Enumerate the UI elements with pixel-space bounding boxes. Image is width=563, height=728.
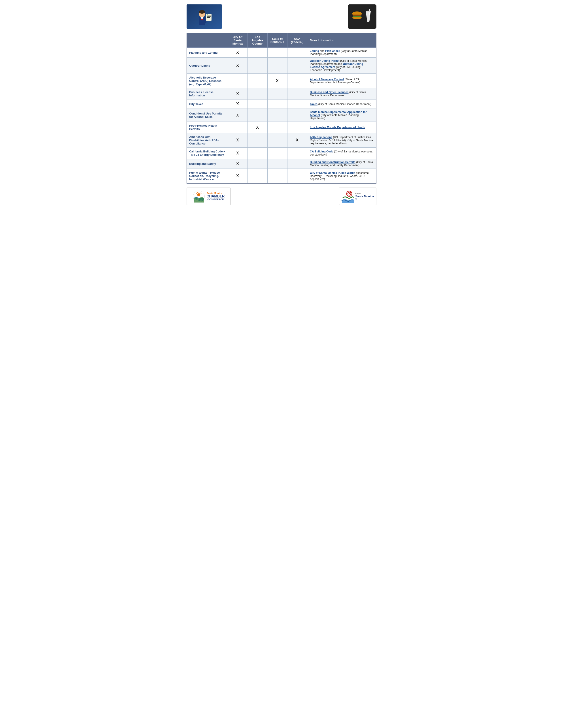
svg-point-23 (366, 11, 371, 12)
check-usa-building-safety (287, 159, 307, 169)
check-city-ca-building-code: X (227, 148, 247, 159)
table-row: Alcoholic Beverage Control (ABC) License… (187, 74, 376, 88)
link-public-works[interactable]: City of Santa Monica Public Works (310, 171, 355, 174)
table-row: Food-Related Health Permits X Los Angele… (187, 122, 376, 133)
page-header: ✓ ✓ — (186, 4, 377, 29)
check-usa-food-health (287, 122, 307, 133)
header-right-image (348, 4, 377, 29)
check-la-building-safety (247, 159, 267, 169)
city-text-block: City of Santa Monica ® (356, 193, 374, 200)
city-emblem-icon (342, 190, 354, 203)
check-la-business-license (247, 88, 267, 99)
check-city-abc (227, 74, 247, 88)
more-info-city-taxes: Taxes (City of Santa Monica Finance Depa… (307, 99, 376, 109)
check-city-cup: X (227, 109, 247, 122)
svg-point-28 (349, 193, 350, 194)
check-usa-taxes (287, 99, 307, 109)
link-abc[interactable]: Alcohol Beverage Control (310, 78, 344, 81)
city-name-label: Santa Monica (356, 195, 374, 198)
check-city-taxes: X (227, 99, 247, 109)
svg-rect-17 (353, 15, 362, 16)
check-state-cup (267, 109, 287, 122)
check-state-ca-building-code (267, 148, 287, 159)
link-plan-check[interactable]: Plan Check (325, 49, 340, 53)
row-label-ada: Americans with Disabilities Act (ADA) Co… (187, 133, 227, 148)
row-label-business-license: Business License Information (187, 88, 227, 99)
chamber-of-commerce-logo: Santa Monica CHAMBER of COMMERCE (186, 188, 231, 205)
row-label-city-taxes: City Taxes (187, 99, 227, 109)
check-la-cup (247, 109, 267, 122)
svg-point-20 (352, 17, 362, 19)
check-la-ca-building-code (247, 148, 267, 159)
check-usa-planning-zoning (287, 48, 307, 58)
more-info-food-health: Los Angeles County Department of Health (307, 122, 376, 133)
check-state-public-works (267, 169, 287, 184)
chamber-emblem-icon (193, 190, 205, 203)
city-of-santa-monica-logo: City of Santa Monica ® (339, 188, 377, 205)
link-outdoor-dining-license[interactable]: Outdoor Dining License Agreement (310, 62, 363, 69)
col-header-more-info: More Information (307, 33, 376, 48)
col-header-usa: USA(Federal) (287, 33, 307, 48)
check-la-ada (247, 133, 267, 148)
check-state-planning-zoning (267, 48, 287, 58)
table-header-row: City Of SantaMonica Los AngelesCounty St… (187, 33, 376, 48)
row-label-cup: Conditional Use Permits for Alcohol Sale… (187, 109, 227, 122)
check-la-public-works (247, 169, 267, 184)
table-row: City Taxes X Taxes (City of Santa Monica… (187, 99, 376, 109)
chamber-text: Santa Monica CHAMBER of COMMERCE (207, 192, 225, 201)
check-city-outdoor-dining: X (227, 58, 247, 74)
table-row: Outdoor Dining X Outdoor Dining Permit (… (187, 58, 376, 74)
link-business-licenses[interactable]: Business and Other Licenses (310, 91, 349, 94)
check-city-business-license: X (227, 88, 247, 99)
check-city-building-safety: X (227, 159, 247, 169)
chamber-label: CHAMBER (207, 195, 225, 198)
check-usa-business-license (287, 88, 307, 99)
col-header-state: State ofCalifornia (267, 33, 287, 48)
check-usa-outdoor-dining (287, 58, 307, 74)
row-label-public-works: Public Works—Refuse Collection, Recyclin… (187, 169, 227, 184)
row-label-food-health: Food-Related Health Permits (187, 122, 227, 133)
more-info-cup: Santa Monica Supplemental Application fo… (307, 109, 376, 122)
more-info-ada: ADA Regulations (US Department of Justic… (307, 133, 376, 148)
more-info-abc: Alcohol Beverage Control (State of CA De… (307, 74, 376, 88)
more-info-building-safety: Building and Construction Permits (City … (307, 159, 376, 169)
link-cup[interactable]: Santa Monica Supplemental Application fo… (310, 111, 367, 117)
link-la-health[interactable]: Los Angeles County Department of Health (310, 126, 365, 129)
check-la-planning-zoning (247, 48, 267, 58)
link-taxes[interactable]: Taxes (310, 103, 318, 106)
svg-point-14 (199, 10, 205, 14)
table-row: Planning and Zoning X Zoning and Plan Ch… (187, 48, 376, 58)
link-outdoor-dining-permit[interactable]: Outdoor Dining Permit (310, 59, 340, 62)
row-label-planning-zoning: Planning and Zoning (187, 48, 227, 58)
more-info-public-works: City of Santa Monica Public Works (Resou… (307, 169, 376, 184)
more-info-planning-zoning: Zoning and Plan Check (City of Santa Mon… (307, 48, 376, 58)
check-usa-abc (287, 74, 307, 88)
check-la-outdoor-dining (247, 58, 267, 74)
row-label-ca-building-code: California Building Code + Title 24 Ener… (187, 148, 227, 159)
link-building-construction-permits[interactable]: Building and Construction Permits (310, 161, 356, 164)
check-state-ada (267, 133, 287, 148)
col-header-la-county: Los AngelesCounty (247, 33, 267, 48)
check-usa-cup (287, 109, 307, 122)
svg-text:—: — (207, 17, 208, 19)
check-city-public-works: X (227, 169, 247, 184)
city-registered-symbol: ® (356, 198, 357, 200)
check-city-ada: X (227, 133, 247, 148)
check-city-planning-zoning: X (227, 48, 247, 58)
check-la-abc (247, 74, 267, 88)
svg-point-25 (197, 193, 200, 196)
check-la-food-health: X (247, 122, 267, 133)
check-la-taxes (247, 99, 267, 109)
table-row: Public Works—Refuse Collection, Recyclin… (187, 169, 376, 184)
row-label-outdoor-dining: Outdoor Dining (187, 58, 227, 74)
col-header-city: City Of SantaMonica (227, 33, 247, 48)
link-ada[interactable]: ADA Regulations (310, 136, 333, 139)
more-info-business-license: Business and Other Licenses (City of San… (307, 88, 376, 99)
col-header-label (187, 33, 227, 48)
chamber-sub-label: of COMMERCE (207, 198, 225, 201)
link-ca-building-code[interactable]: CA Building Code (310, 150, 334, 153)
table-row: California Building Code + Title 24 Ener… (187, 148, 376, 159)
check-state-abc: X (267, 74, 287, 88)
link-zoning[interactable]: Zoning (310, 49, 319, 53)
table-row: Americans with Disabilities Act (ADA) Co… (187, 133, 376, 148)
